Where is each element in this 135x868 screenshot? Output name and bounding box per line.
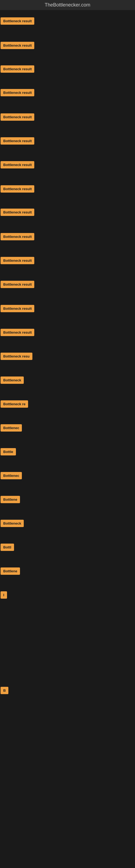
bottleneck-result-item: Bottlenec xyxy=(1,424,22,432)
bottleneck-badge: Bottleneck result xyxy=(1,18,34,25)
bottleneck-result-item: Bottleneck result xyxy=(1,137,34,145)
bottleneck-badge: Bottleneck result xyxy=(1,305,34,312)
bottleneck-result-item: Bottleneck result xyxy=(1,65,34,73)
bottleneck-result-item: Bottleneck result xyxy=(1,209,34,216)
bottleneck-result-item: Bottleneck resu xyxy=(1,352,32,360)
bottleneck-result-item: Bottleneck result xyxy=(1,161,34,168)
bottleneck-result-item: Bottleneck result xyxy=(1,257,34,264)
bottleneck-result-item: Bottl xyxy=(1,544,14,551)
bottleneck-result-item: Bottleneck result xyxy=(1,113,34,121)
bottleneck-badge: Bottleneck result xyxy=(1,89,34,96)
bottleneck-result-item: Bottle xyxy=(1,448,16,456)
bottleneck-result-item: Bottleneck result xyxy=(1,329,34,336)
bottleneck-result-item: Bottlene xyxy=(1,567,20,575)
bottleneck-badge: B xyxy=(1,687,8,694)
bottleneck-badge: Bottleneck result xyxy=(1,42,34,49)
bottleneck-badge: Bottleneck result xyxy=(1,137,34,145)
bottleneck-badge: Bottleneck result xyxy=(1,257,34,264)
bottleneck-badge: Bottleneck xyxy=(1,376,24,384)
bottleneck-badge: Bottleneck re xyxy=(1,400,28,408)
site-title: TheBottlenecker.com xyxy=(0,0,135,10)
bottleneck-result-item: Bottlene xyxy=(1,496,20,503)
bottleneck-result-item: Bottlenec xyxy=(1,472,22,479)
bottleneck-badge: Bottleneck result xyxy=(1,161,34,168)
bottleneck-badge: Bottlene xyxy=(1,496,20,503)
bottleneck-badge: Bottleneck result xyxy=(1,233,34,240)
bottleneck-result-item: I xyxy=(1,591,7,599)
bottleneck-result-item: Bottleneck xyxy=(1,376,24,384)
bottleneck-badge: Bottleneck result xyxy=(1,185,34,193)
bottleneck-result-item: Bottleneck result xyxy=(1,42,34,49)
bottleneck-badge: Bottleneck resu xyxy=(1,352,32,360)
bottleneck-badge: Bottlenec xyxy=(1,424,22,432)
bottleneck-result-item: Bottleneck re xyxy=(1,400,28,408)
bottleneck-result-item: Bottleneck result xyxy=(1,185,34,193)
bottleneck-result-item: Bottleneck result xyxy=(1,18,34,25)
bottleneck-badge: Bottleneck result xyxy=(1,113,34,121)
bottleneck-badge: Bottleneck result xyxy=(1,329,34,336)
bottleneck-result-item: Bottleneck result xyxy=(1,281,34,288)
bottleneck-result-item: Bottleneck xyxy=(1,520,24,527)
bottleneck-result-item: Bottleneck result xyxy=(1,305,34,312)
bottleneck-badge: Bottleneck result xyxy=(1,65,34,73)
bottleneck-result-item: Bottleneck result xyxy=(1,233,34,240)
bottleneck-badge: Bottlenec xyxy=(1,472,22,479)
bottleneck-badge: I xyxy=(1,591,7,599)
bottleneck-badge: Bottleneck result xyxy=(1,281,34,288)
bottleneck-badge: Bottl xyxy=(1,544,14,551)
bottleneck-badge: Bottlene xyxy=(1,567,20,575)
bottleneck-result-item: Bottleneck result xyxy=(1,89,34,96)
bottleneck-badge: Bottleneck xyxy=(1,520,24,527)
bottleneck-badge: Bottleneck result xyxy=(1,209,34,216)
bottleneck-result-item: B xyxy=(1,687,8,694)
bottleneck-badge: Bottle xyxy=(1,448,16,456)
